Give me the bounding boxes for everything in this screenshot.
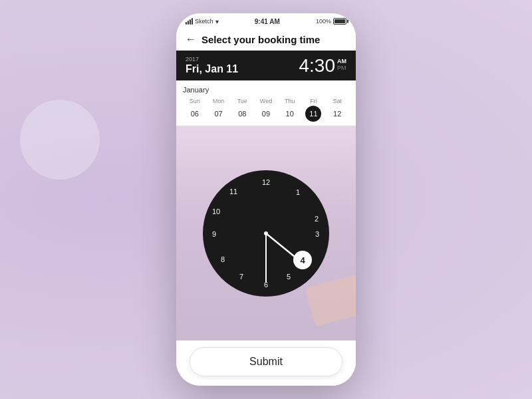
wifi-icon: ▾ — [215, 18, 219, 25]
cal-header-wed: Wed — [254, 96, 278, 106]
cal-day-06[interactable]: 06 — [187, 106, 203, 122]
calendar-grid: Sun Mon Tue Wed Thu Fri Sat 06 07 08 09 … — [183, 96, 349, 122]
battery-icon — [333, 18, 346, 25]
status-time: 9:41 AM — [255, 18, 280, 25]
carrier-label: Sketch — [195, 18, 213, 25]
time-section: 4:30 AM PM — [299, 57, 347, 75]
svg-text:3: 3 — [315, 230, 319, 238]
svg-text:5: 5 — [287, 273, 291, 281]
svg-text:1: 1 — [296, 188, 300, 196]
svg-text:2: 2 — [315, 215, 319, 223]
cal-day-08[interactable]: 08 — [234, 106, 250, 122]
cal-day-10[interactable]: 10 — [282, 106, 298, 122]
status-left: Sketch ▾ — [186, 18, 219, 25]
svg-text:11: 11 — [229, 188, 237, 196]
svg-text:8: 8 — [221, 255, 225, 263]
page-title: Select your booking time — [201, 34, 320, 45]
phone-frame: Sketch ▾ 9:41 AM 100% ← Select your book… — [176, 13, 356, 386]
svg-line-12 — [266, 233, 295, 257]
svg-point-16 — [264, 231, 268, 235]
svg-text:4: 4 — [300, 255, 305, 265]
signal-icon — [186, 18, 193, 25]
clock-svg: 12 1 2 3 4 5 6 7 8 9 10 11 4 — [203, 170, 329, 297]
clock-face[interactable]: 12 1 2 3 4 5 6 7 8 9 10 11 4 — [203, 170, 329, 297]
svg-text:12: 12 — [262, 178, 270, 186]
calendar-month: January — [183, 86, 349, 94]
date-label: Fri, Jan 11 — [186, 63, 238, 75]
cal-header-tue: Tue — [230, 96, 254, 106]
svg-text:10: 10 — [212, 207, 220, 215]
cal-day-07[interactable]: 07 — [211, 106, 227, 122]
status-bar: Sketch ▾ 9:41 AM 100% — [176, 13, 356, 29]
calendar-section: January Sun Mon Tue Wed Thu Fri Sat 06 0… — [176, 80, 356, 126]
time-display: 4:30 — [299, 57, 336, 75]
cal-header-sat: Sat — [325, 96, 349, 106]
bg-decoration — [20, 100, 100, 180]
back-button[interactable]: ← — [186, 33, 196, 45]
year-label: 2017 — [186, 56, 238, 63]
svg-text:7: 7 — [239, 273, 243, 281]
pm-label[interactable]: PM — [337, 65, 346, 72]
ampm-section: AM PM — [337, 58, 346, 72]
header: ← Select your booking time — [176, 29, 356, 51]
battery-percent: 100% — [316, 18, 331, 25]
submit-section: Submit — [176, 340, 356, 386]
svg-text:9: 9 — [212, 230, 216, 238]
submit-button[interactable]: Submit — [190, 347, 342, 376]
cal-day-12[interactable]: 12 — [329, 106, 345, 122]
status-right: 100% — [316, 18, 346, 25]
cal-header-thu: Thu — [278, 96, 302, 106]
am-label[interactable]: AM — [337, 58, 346, 65]
cal-header-sun: Sun — [183, 96, 207, 106]
date-section: 2017 Fri, Jan 11 — [186, 56, 238, 75]
cal-header-fri: Fri — [302, 96, 326, 106]
datetime-bar: 2017 Fri, Jan 11 4:30 AM PM — [176, 51, 356, 80]
cal-day-09[interactable]: 09 — [258, 106, 274, 122]
cal-day-11[interactable]: 11 — [305, 106, 321, 122]
clock-section[interactable]: 12 1 2 3 4 5 6 7 8 9 10 11 4 — [176, 126, 356, 340]
cal-header-mon: Mon — [207, 96, 231, 106]
